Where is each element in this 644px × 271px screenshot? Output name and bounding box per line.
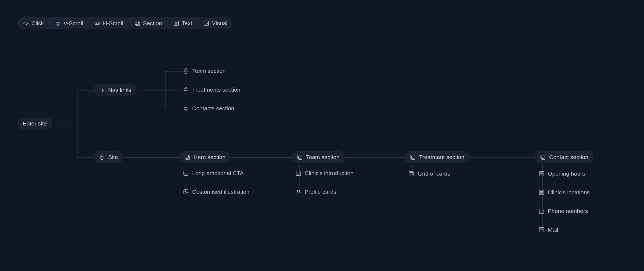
- svg-rect-7: [185, 69, 187, 73]
- node-hero-illustration[interactable]: Customised illustration: [183, 189, 249, 195]
- node-nav-links-label: Nav links: [108, 87, 131, 93]
- node-site-label: Site: [108, 154, 118, 160]
- section-icon: [540, 154, 546, 160]
- node-team-intro-label: Clinic's introduction: [305, 170, 353, 176]
- svg-rect-14: [184, 190, 188, 194]
- svg-rect-10: [101, 155, 103, 160]
- section-icon: [184, 154, 190, 160]
- node-contact-hours[interactable]: Opening hours: [539, 170, 585, 177]
- diagram-canvas: Enter site Nav links Team section Treatm…: [0, 0, 644, 271]
- node-team-intro[interactable]: Clinic's introduction: [295, 170, 353, 176]
- node-team-section-label: Team section: [306, 154, 340, 160]
- node-nav-contacts-section-label: Contacts section: [192, 105, 234, 112]
- svg-point-15: [185, 191, 186, 192]
- text-icon: [539, 227, 545, 233]
- text-icon: [183, 170, 189, 176]
- node-hero-section-label: Hero section: [194, 154, 226, 160]
- node-contact-phone[interactable]: Phone numbers: [539, 208, 588, 214]
- text-icon: [539, 171, 545, 177]
- node-contact-mail-label: Mail: [548, 227, 558, 233]
- node-nav-team-section[interactable]: Team section: [183, 68, 226, 74]
- text-icon: [295, 170, 301, 176]
- svg-rect-11: [185, 155, 189, 159]
- svg-rect-20: [411, 155, 414, 159]
- section-icon: [410, 154, 416, 160]
- svg-rect-8: [185, 87, 187, 92]
- node-contact-hours-label: Opening hours: [548, 170, 585, 177]
- node-contact-phone-label: Phone numbers: [548, 208, 588, 214]
- svg-rect-25: [542, 156, 545, 159]
- node-nav-team-section-label: Team section: [192, 68, 226, 74]
- text-icon: [539, 189, 545, 195]
- svg-rect-16: [298, 155, 301, 159]
- svg-rect-12: [186, 156, 189, 159]
- node-team-section[interactable]: Team section: [291, 151, 345, 163]
- svg-rect-24: [541, 155, 544, 159]
- svg-rect-19: [296, 191, 301, 193]
- text-icon: [539, 208, 545, 214]
- svg-rect-9: [185, 106, 187, 111]
- node-hero-section[interactable]: Hero section: [179, 151, 231, 163]
- node-contact-mail[interactable]: Mail: [539, 227, 558, 233]
- click-icon: [99, 87, 105, 93]
- node-nav-treatments-section-label: Treatments section: [192, 86, 240, 93]
- node-contact-locations-label: Clinic's locations: [548, 189, 590, 196]
- node-hero-illustration-label: Customised illustration: [192, 189, 249, 195]
- vscroll-icon: [99, 154, 105, 160]
- node-hero-cta[interactable]: Long emotional CTA: [183, 170, 244, 176]
- vscroll-icon: [183, 87, 189, 93]
- node-team-profile-cards[interactable]: Profile cards: [295, 189, 336, 195]
- hscroll-icon: [295, 189, 301, 195]
- node-nav-contacts-section[interactable]: Contacts section: [183, 105, 234, 112]
- node-contact-section-label: Contact section: [549, 154, 588, 160]
- node-site[interactable]: Site: [94, 151, 123, 163]
- node-hero-cta-label: Long emotional CTA: [192, 170, 244, 176]
- node-treatment-section[interactable]: Treatment section: [404, 151, 470, 163]
- node-treatment-section-label: Treatment section: [419, 154, 464, 160]
- node-enter-site[interactable]: Enter site: [17, 118, 52, 130]
- node-nav-treatments-section[interactable]: Treatments section: [183, 86, 240, 93]
- node-treatment-grid-label: Grid of cards: [418, 170, 450, 177]
- svg-rect-17: [298, 156, 302, 159]
- vscroll-icon: [183, 68, 189, 74]
- visual-icon: [183, 189, 189, 195]
- section-icon: [297, 154, 303, 160]
- node-nav-links[interactable]: Nav links: [94, 84, 137, 96]
- node-treatment-grid[interactable]: Grid of cards: [408, 170, 450, 177]
- svg-rect-22: [409, 172, 413, 175]
- section-icon: [408, 171, 414, 177]
- node-contact-locations[interactable]: Clinic's locations: [539, 189, 590, 196]
- node-team-profile-cards-label: Profile cards: [305, 189, 336, 195]
- node-contact-section[interactable]: Contact section: [534, 151, 594, 163]
- node-enter-site-label: Enter site: [23, 120, 47, 127]
- svg-rect-23: [410, 172, 414, 176]
- svg-rect-21: [411, 156, 415, 159]
- vscroll-icon: [183, 105, 189, 111]
